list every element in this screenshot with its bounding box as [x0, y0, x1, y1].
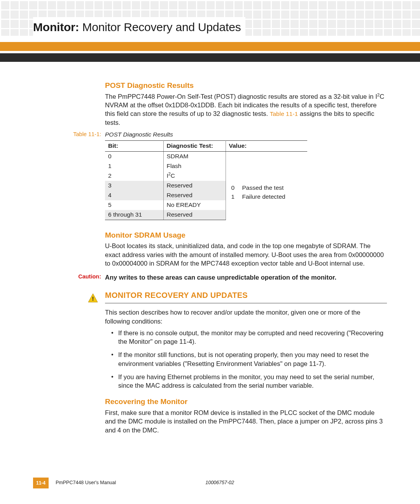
table-xref[interactable]: Table 11-1 — [270, 110, 298, 117]
page-number: 11-4 — [33, 478, 49, 488]
th-value: Value: — [226, 141, 307, 152]
chapter-light: Monitor Recovery and Updates — [79, 21, 241, 33]
table-row: 0SDRAM0Passed the test1Failure detected — [105, 152, 307, 161]
sdram-paragraph: U-Boot locates its stack, uninitialized … — [105, 242, 387, 268]
list-item: If the monitor still functions, but is n… — [111, 350, 387, 368]
orange-bar — [0, 42, 420, 51]
warning-icon: ! — [88, 293, 98, 304]
chapter-bold: Monitor: — [33, 21, 79, 33]
page-footer: 11-4 PmPPC7448 User's Manual 10006757-02 — [33, 478, 387, 488]
list-item: If you are having Ethernet problems in t… — [111, 373, 387, 390]
caution-text: Any writes to these areas can cause unpr… — [105, 274, 336, 281]
cell-bit: 4 — [105, 191, 163, 200]
cell-test: Reserved — [163, 181, 226, 191]
cell-bit: 1 — [105, 161, 163, 171]
cell-test: Reserved — [163, 210, 226, 220]
cell-test: I2C — [163, 171, 226, 181]
cell-bit: 0 — [105, 152, 163, 161]
th-test: Diagnostic Test: — [163, 141, 226, 152]
heading-sdram-usage: Monitor SDRAM Usage — [105, 230, 387, 240]
cell-test: Reserved — [163, 191, 226, 200]
list-item: If there is no console output, the monit… — [111, 329, 387, 346]
recovery-intro: This section describes how to recover an… — [105, 308, 387, 326]
table-caption: Table 11-1: POST Diagnostic Results — [105, 131, 387, 139]
cell-bit: 6 through 31 — [105, 210, 163, 220]
cell-test: SDRAM — [163, 152, 226, 161]
svg-text:!: ! — [92, 295, 94, 302]
cell-value: 0Passed the test1Failure detected — [226, 152, 307, 220]
heading-recovering: Recovering the Monitor — [105, 397, 387, 407]
post-paragraph: The PmPPC7448 Power-On Self-Test (POST) … — [105, 92, 387, 127]
dark-bar — [0, 53, 420, 62]
manual-name: PmPPC7448 User's Manual — [56, 480, 116, 486]
cell-bit: 5 — [105, 200, 163, 210]
value-line: 1Failure detected — [231, 193, 304, 201]
cell-bit: 2 — [105, 171, 163, 181]
recovery-bullet-list: If there is no console output, the monit… — [111, 329, 387, 390]
th-bit: Bit: — [105, 141, 163, 152]
cell-test: Flash — [163, 161, 226, 171]
chapter-title: Monitor: Monitor Recovery and Updates — [33, 17, 245, 38]
recovering-paragraph: First, make sure that a monitor ROM devi… — [105, 408, 387, 434]
diagnostic-table: Bit: Diagnostic Test: Value: 0SDRAM0Pass… — [105, 140, 307, 220]
cell-test: No EREADY — [163, 200, 226, 210]
section-rule — [105, 303, 387, 303]
heading-recovery-updates: MONITOR RECOVERY AND UPDATES — [105, 290, 387, 301]
cell-bit: 3 — [105, 181, 163, 191]
heading-post-diagnostic: POST Diagnostic Results — [105, 80, 387, 91]
table-label: Table 11-1: — [33, 131, 101, 138]
value-line: 0Passed the test — [231, 184, 304, 192]
caution-block: Caution: Any writes to these areas can c… — [105, 273, 387, 282]
caution-label: Caution: — [33, 273, 101, 281]
doc-number: 10006757-02 — [205, 480, 234, 486]
